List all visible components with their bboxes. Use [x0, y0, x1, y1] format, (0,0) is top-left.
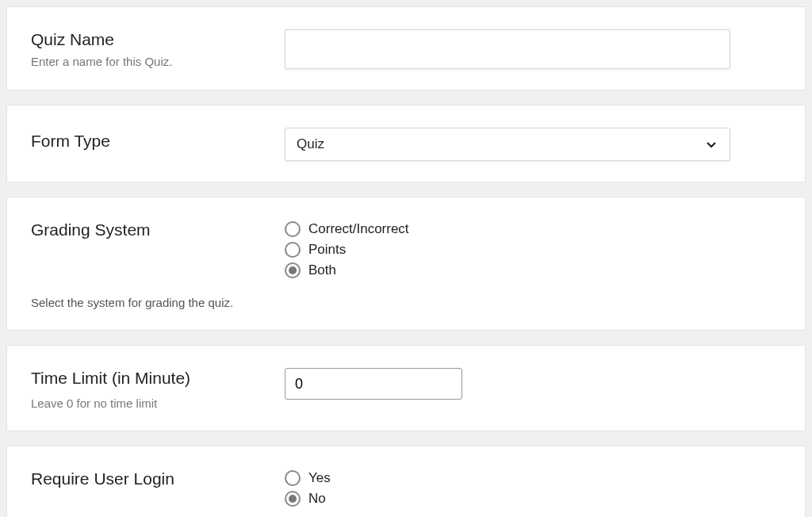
- help-time-limit: Leave 0 for no time limit: [31, 396, 269, 410]
- radio-option-points[interactable]: Points: [285, 242, 781, 258]
- label-quiz-name: Quiz Name: [31, 29, 269, 50]
- radio-option-yes[interactable]: Yes: [285, 470, 781, 486]
- card-grading-system: Grading System Correct/Incorrect Points …: [6, 197, 806, 331]
- card-form-type: Form Type Quiz: [6, 105, 806, 182]
- require-login-radio-group: Yes No: [285, 469, 781, 507]
- radio-icon: [285, 491, 301, 507]
- form-type-selected-value: Quiz: [297, 136, 704, 152]
- grading-system-radio-group: Correct/Incorrect Points Both: [285, 220, 781, 278]
- radio-icon: [285, 470, 301, 486]
- radio-icon: [285, 221, 301, 237]
- radio-label: Yes: [308, 470, 331, 486]
- card-quiz-name: Quiz Name Enter a name for this Quiz.: [6, 6, 806, 90]
- card-time-limit: Time Limit (in Minute) Leave 0 for no ti…: [6, 345, 806, 431]
- radio-icon: [285, 262, 301, 278]
- label-require-login: Require User Login: [31, 469, 269, 489]
- radio-label: Both: [308, 262, 336, 278]
- card-require-login: Require User Login Yes No Enabling this …: [6, 446, 806, 517]
- radio-option-both[interactable]: Both: [285, 262, 781, 278]
- radio-label: No: [308, 491, 326, 507]
- radio-label: Correct/Incorrect: [308, 221, 409, 237]
- chevron-down-icon: [704, 137, 718, 151]
- form-type-select[interactable]: Quiz: [285, 128, 730, 161]
- time-limit-input[interactable]: [285, 368, 462, 400]
- label-time-limit: Time Limit (in Minute): [31, 368, 269, 389]
- quiz-name-input[interactable]: [285, 29, 730, 69]
- radio-option-no[interactable]: No: [285, 491, 781, 507]
- radio-label: Points: [308, 242, 346, 258]
- label-grading-system: Grading System: [31, 220, 269, 240]
- radio-icon: [285, 242, 301, 258]
- radio-option-correct-incorrect[interactable]: Correct/Incorrect: [285, 221, 781, 237]
- label-form-type: Form Type: [31, 128, 269, 151]
- help-grading-system: Select the system for grading the quiz.: [31, 296, 781, 309]
- help-quiz-name: Enter a name for this Quiz.: [31, 55, 269, 68]
